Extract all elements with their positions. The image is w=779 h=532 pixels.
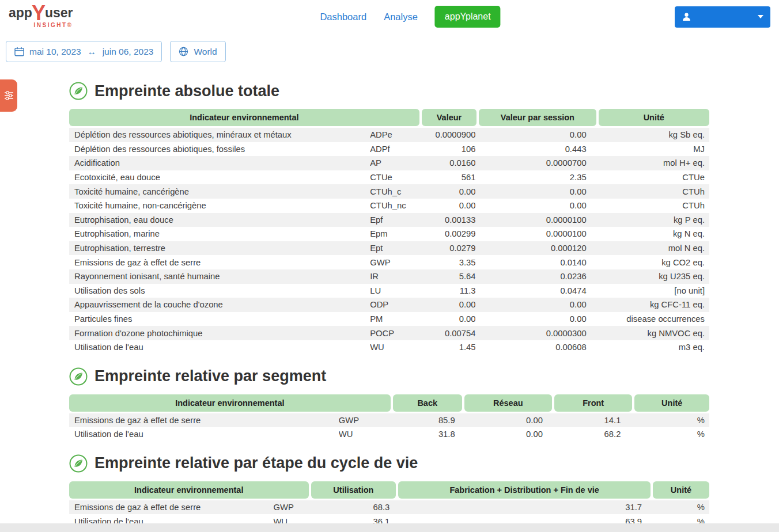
column-header-unit: Unité	[634, 394, 709, 412]
table-row: Utilisation de l'eau WU 1.45 0.00608 m3 …	[69, 340, 709, 355]
logo-wordmark: appYuser	[9, 5, 73, 21]
unit: kg NMVOC eq.	[592, 329, 709, 338]
filters-panel-toggle[interactable]	[0, 79, 17, 112]
unit: %	[625, 430, 709, 439]
table-row: Utilisation des sols LU 11.3 0.0474 [no …	[69, 284, 709, 298]
main-navigation: Dashboard Analyse appYplanet	[320, 6, 500, 28]
table-row: Appauvrissement de la couche d'ozone ODP…	[69, 298, 709, 312]
column-header-value-per-session: Valeur par session	[479, 109, 596, 126]
absolute-footprint-table: Indicateur environnemental Valeur Valeur…	[69, 109, 709, 355]
value: 0.0000900	[420, 130, 476, 139]
unit: CTUh	[592, 187, 709, 196]
segment-footprint-table: Indicateur environnemental Back Réseau F…	[69, 394, 709, 442]
appyplanet-button[interactable]: appYplanet	[435, 6, 501, 28]
column-header-value: Valeur	[422, 109, 477, 126]
unit: kg CFC-11 eq.	[592, 300, 709, 309]
filter-bar: mai 10, 2023 ↔ juin 06, 2023 World	[0, 33, 779, 69]
indicator-code: Ept	[370, 244, 420, 253]
table-row: Utilisation de l'eau WU 31.8 0.00 68.2 %	[69, 427, 709, 442]
unit: %	[646, 503, 709, 512]
value: 106	[420, 145, 476, 154]
table-row: Eutrophisation, marine Epm 0.00299 0.000…	[69, 227, 709, 241]
logo-subtitle: INSIGHT®	[9, 22, 73, 28]
horizontal-scrollbar[interactable]	[0, 523, 779, 532]
indicator-name: Utilisation des sols	[69, 286, 370, 295]
indicator-code: CTUe	[370, 173, 420, 182]
lifecycle-footprint-table: Indicateur environnemental Utilisation F…	[69, 481, 709, 529]
nav-link-analyse[interactable]: Analyse	[384, 12, 418, 22]
value-per-session: 0.0140	[475, 258, 592, 267]
indicator-name: Appauvrissement de la couche d'ozone	[69, 300, 370, 309]
section-title-relative-by-segment: Empreinte relative par segment	[69, 367, 709, 386]
value-per-session: 0.0000700	[475, 158, 592, 168]
table-body: Emissions de gaz à effet de serre GWP 85…	[69, 413, 709, 442]
main-content: Empreinte absolue totale Indicateur envi…	[69, 82, 709, 529]
column-header-front: Front	[554, 394, 633, 412]
top-navbar: appYuser INSIGHT® Dashboard Analyse appY…	[0, 0, 779, 33]
value-per-session: 0.0474	[475, 286, 592, 295]
table-row: Eutrophisation, terrestre Ept 0.0279 0.0…	[69, 241, 709, 256]
indicator-name: Déplétion des ressources abiotiques, min…	[69, 130, 370, 139]
unit: MJ	[592, 145, 709, 154]
value: 1.45	[420, 343, 476, 352]
value-per-session: 0.00	[475, 201, 592, 210]
front-value: 14.1	[547, 416, 626, 425]
indicator-code: GWP	[273, 503, 309, 512]
indicator-code: CTUh_c	[370, 187, 420, 196]
column-header-indicator: Indicateur environnemental	[69, 481, 309, 499]
value: 0.00754	[420, 329, 476, 338]
date-start-value: mai 10, 2023	[29, 47, 81, 57]
unit: [no unit]	[592, 286, 709, 295]
date-range-picker[interactable]: mai 10, 2023 ↔ juin 06, 2023	[6, 41, 162, 62]
region-selector[interactable]: World	[170, 41, 225, 62]
value-per-session: 0.00	[475, 300, 592, 309]
indicator-code: GWP	[339, 416, 391, 425]
user-icon	[682, 12, 691, 22]
section-title-text: Empreinte relative par étape du cycle de…	[94, 454, 418, 472]
table-row: Ecotoxicité, eau douce CTUe 561 2.35 CTU…	[69, 170, 709, 185]
unit: disease occurrences	[592, 314, 709, 324]
value-per-session: 0.00	[475, 130, 592, 139]
nav-link-dashboard[interactable]: Dashboard	[320, 12, 366, 22]
app-logo[interactable]: appYuser INSIGHT®	[9, 5, 73, 28]
logo-text-user: user	[45, 6, 73, 20]
value: 0.0279	[420, 244, 476, 253]
indicator-code: WU	[370, 343, 420, 352]
table-row: Déplétion des ressources abiotiques, fos…	[69, 142, 709, 157]
column-header-indicator: Indicateur environnemental	[69, 394, 391, 412]
value: 0.00	[420, 187, 476, 196]
logo-text-y: Y	[32, 5, 46, 21]
value-per-session: 0.0236	[475, 272, 592, 281]
value: 0.0160	[420, 158, 476, 168]
region-value: World	[194, 47, 217, 57]
front-value: 68.2	[547, 430, 626, 439]
user-menu-button[interactable]	[675, 6, 770, 28]
sliders-icon	[5, 91, 13, 100]
indicator-code: WU	[339, 430, 391, 439]
network-value: 0.00	[460, 416, 547, 425]
unit: m3 eq.	[592, 343, 709, 352]
table-row: Eutrophisation, eau douce Epf 0.00133 0.…	[69, 213, 709, 227]
indicator-name: Eutrophisation, terrestre	[69, 244, 370, 253]
unit: %	[625, 416, 709, 425]
indicator-name: Eutrophisation, eau douce	[69, 215, 370, 225]
value: 0.00	[420, 314, 476, 324]
section-title-text: Empreinte relative par segment	[94, 367, 326, 385]
back-value: 85.9	[391, 416, 460, 425]
unit: kg U235 eq.	[592, 272, 709, 281]
indicator-name: Emissions de gaz à effet de serre	[69, 416, 339, 425]
indicator-name: Particules fines	[69, 314, 370, 324]
column-header-back: Back	[393, 394, 462, 412]
indicator-code: LU	[370, 286, 420, 295]
calendar-icon	[14, 47, 24, 56]
table-row: Acidification AP 0.0160 0.0000700 mol H+…	[69, 156, 709, 170]
usage-value: 68.3	[309, 503, 395, 512]
column-header-unit: Unité	[599, 109, 709, 126]
leaf-icon	[69, 82, 88, 100]
indicator-name: Toxicité humaine, non-cancérigène	[69, 201, 370, 210]
unit: mol N eq.	[592, 244, 709, 253]
value: 0.00299	[420, 229, 476, 238]
chevron-down-icon	[758, 15, 763, 18]
column-header-indicator: Indicateur environnemental	[69, 109, 419, 126]
value-per-session: 0.00	[475, 187, 592, 196]
